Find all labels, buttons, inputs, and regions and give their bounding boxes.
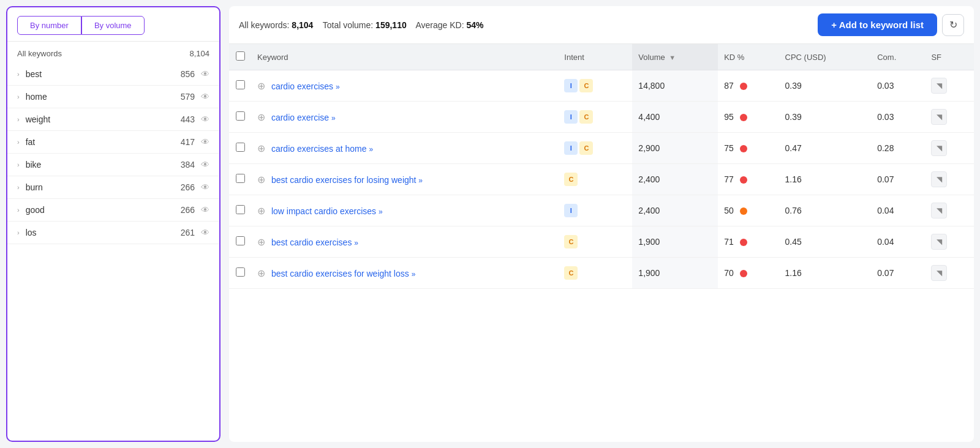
add-to-keyword-list-button[interactable]: + Add to keyword list [818,13,937,36]
cpc-cell: 0.76 [779,195,872,226]
kd-cell: 71 [718,226,778,258]
refresh-button[interactable]: ↻ [942,14,964,36]
sidebar-item-count: 266 [181,182,195,192]
chevron-icon: › [17,116,20,123]
col-header-intent: Intent [558,44,632,70]
keyword-link[interactable]: low impact cardio exercises » [271,206,383,216]
volume-cell: 4,400 [632,102,718,133]
sidebar-item-bike[interactable]: › bike 384 👁 [7,154,219,176]
intent-cell: IC [558,70,632,102]
sidebar-list: › best 856 👁 › home 579 👁 › weight 443 👁… [7,63,219,441]
kd-cell: 75 [718,133,778,164]
sidebar-item-burn[interactable]: › burn 266 👁 [7,176,219,199]
stats-text: All keywords: 8,104 Total volume: 159,11… [239,20,813,30]
eye-icon[interactable]: 👁 [201,69,209,79]
table-body: ⊕ cardio exercises » IC 14,800 87 0.39 0… [229,70,974,289]
add-circle-icon[interactable]: ⊕ [257,268,265,278]
add-circle-icon[interactable]: ⊕ [257,143,265,154]
table-header: Keyword Intent Volume ▼ KD % CPC (USD) C… [229,44,974,70]
row-checkbox[interactable] [236,236,245,245]
sidebar: By number By volume All keywords 8,104 ›… [6,6,221,442]
eye-icon[interactable]: 👁 [201,114,209,124]
toggle-by-number[interactable]: By number [17,16,81,35]
sidebar-item-los[interactable]: › los 261 👁 [7,222,219,244]
keyword-chevron: » [354,239,358,247]
volume-cell: 14,800 [632,70,718,102]
add-circle-icon[interactable]: ⊕ [257,237,265,247]
main-content: All keywords: 8,104 Total volume: 159,11… [227,0,980,448]
sidebar-item-home[interactable]: › home 579 👁 [7,86,219,108]
intent-cell: C [558,226,632,258]
kd-cell: 50 [718,195,778,226]
sf-button[interactable]: ◥ [931,171,947,187]
table-row: ⊕ best cardio exercises for losing weigh… [229,164,974,195]
eye-icon[interactable]: 👁 [201,205,209,215]
keyword-link[interactable]: cardio exercise » [271,113,336,122]
sf-button[interactable]: ◥ [931,234,947,250]
kd-dot [740,114,747,121]
intent-badge-i: I [564,79,578,92]
keyword-cell: ⊕ cardio exercise » [251,102,558,133]
keyword-link[interactable]: cardio exercises at home » [271,144,373,154]
keyword-link[interactable]: best cardio exercises for losing weight … [271,175,423,185]
keyword-chevron: » [369,145,373,154]
add-circle-icon[interactable]: ⊕ [257,81,265,91]
table-row: ⊕ low impact cardio exercises » I 2,400 … [229,195,974,226]
row-checkbox[interactable] [236,111,245,121]
col-header-keyword: Keyword [251,44,558,70]
cpc-cell: 1.16 [779,164,872,195]
add-circle-icon[interactable]: ⊕ [257,206,265,216]
sf-button[interactable]: ◥ [931,109,947,125]
eye-icon[interactable]: 👁 [201,160,209,170]
row-checkbox-cell [229,164,251,195]
com-cell: 0.04 [871,195,925,226]
cpc-cell: 0.39 [779,70,872,102]
intent-badge-c: C [564,173,578,186]
add-circle-icon[interactable]: ⊕ [257,112,265,122]
row-checkbox-cell [229,195,251,226]
row-checkbox[interactable] [236,174,245,183]
sidebar-item-fat[interactable]: › fat 417 👁 [7,131,219,154]
keyword-chevron: » [412,270,416,278]
keyword-cell: ⊕ best cardio exercises for weight loss … [251,258,558,289]
sidebar-item-label: good [26,205,181,215]
row-checkbox[interactable] [236,267,245,277]
volume-cell: 2,400 [632,195,718,226]
all-keywords-value: 8,104 [292,20,313,30]
sidebar-item-label: burn [26,182,181,192]
chevron-icon: › [17,138,20,146]
keyword-link[interactable]: best cardio exercises for weight loss » [271,269,415,278]
keyword-link[interactable]: cardio exercises » [271,81,340,91]
sidebar-item-count: 856 [181,69,195,79]
keyword-link[interactable]: best cardio exercises » [271,237,358,247]
com-cell: 0.03 [871,70,925,102]
sidebar-item-weight[interactable]: › weight 443 👁 [7,108,219,131]
sf-button[interactable]: ◥ [931,78,947,94]
sf-button[interactable]: ◥ [931,265,947,281]
eye-icon[interactable]: 👁 [201,92,209,102]
row-checkbox[interactable] [236,80,245,89]
col-header-checkbox [229,44,251,70]
sidebar-item-label: best [26,69,181,79]
table-row: ⊕ best cardio exercises for weight loss … [229,258,974,289]
sf-button[interactable]: ◥ [931,203,947,218]
volume-cell: 1,900 [632,258,718,289]
table-row: ⊕ cardio exercise » IC 4,400 95 0.39 0.0… [229,102,974,133]
row-checkbox[interactable] [236,205,245,214]
eye-icon[interactable]: 👁 [201,228,209,237]
sidebar-item-best[interactable]: › best 856 👁 [7,63,219,86]
sidebar-item-good[interactable]: › good 266 👁 [7,199,219,222]
row-checkbox[interactable] [236,143,245,152]
eye-icon[interactable]: 👁 [201,137,209,147]
row-checkbox-cell [229,133,251,164]
toggle-by-volume[interactable]: By volume [81,16,145,35]
eye-icon[interactable]: 👁 [201,182,209,192]
all-keywords-count: 8,104 [189,49,209,58]
sidebar-item-label: weight [26,114,181,124]
select-all-checkbox[interactable] [236,51,245,61]
intent-badge-i: I [564,204,578,217]
sf-button[interactable]: ◥ [931,140,947,156]
total-volume-label: Total volume: [323,20,373,30]
cpc-cell: 0.45 [779,226,872,258]
add-circle-icon[interactable]: ⊕ [257,174,265,185]
